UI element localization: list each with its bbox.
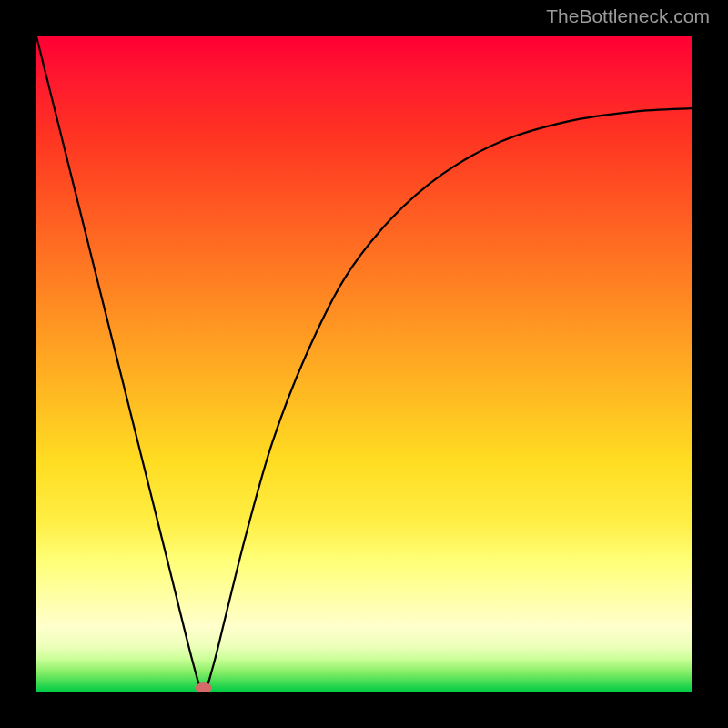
plot-area bbox=[36, 36, 692, 692]
curve-line bbox=[36, 36, 692, 692]
watermark-text: TheBottleneck.com bbox=[546, 5, 710, 27]
plot-svg bbox=[36, 36, 692, 692]
chart-frame: TheBottleneck.com bbox=[0, 0, 728, 728]
